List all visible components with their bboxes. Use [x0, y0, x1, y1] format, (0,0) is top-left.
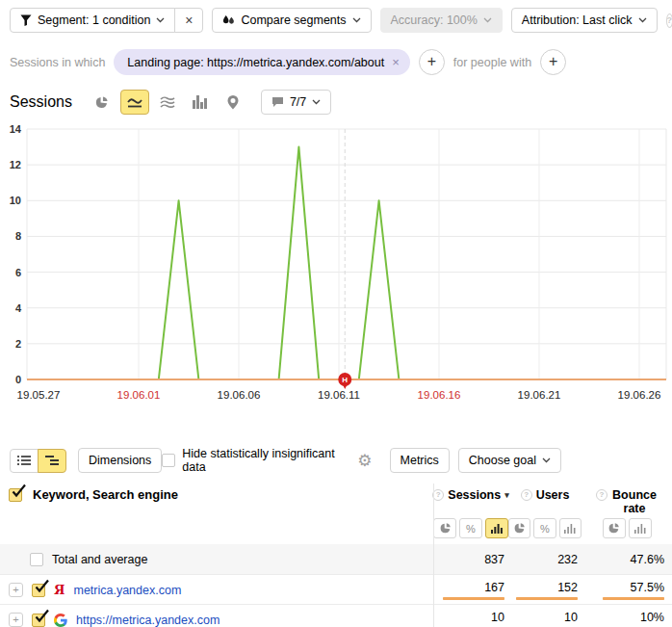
expand-row-button[interactable]: + — [9, 583, 23, 597]
list-view-icon[interactable] — [10, 449, 39, 473]
sessions-pie-toggle-icon[interactable] — [433, 518, 456, 538]
comments-button[interactable]: 7/7 — [261, 90, 331, 115]
dimensions-label: Dimensions — [89, 454, 151, 467]
top-toolbar: Segment: 1 condition × Compare segments … — [0, 0, 672, 33]
chevron-down-icon — [483, 17, 492, 23]
total-users-value: 232 — [557, 553, 578, 566]
users-pie-toggle-icon[interactable] — [508, 518, 530, 538]
svg-text:19.05.27: 19.05.27 — [17, 389, 61, 401]
choose-goal-label: Choose goal — [469, 454, 536, 467]
sessions-percent-toggle[interactable]: % — [459, 518, 482, 538]
chevron-down-icon — [352, 17, 361, 23]
bounce-pie-toggle-icon[interactable] — [603, 518, 626, 538]
users-bars-toggle-icon[interactable] — [559, 518, 582, 538]
sessions-line-chart[interactable]: 0246810121419.05.2719.06.0119.06.0619.06… — [0, 121, 672, 410]
report-toolbar: Dimensions Hide statistically insignific… — [0, 447, 672, 474]
bounce-toggles — [582, 518, 672, 538]
compare-drops-icon — [222, 14, 235, 27]
map-view-icon[interactable] — [219, 90, 247, 115]
help-icon: ? — [596, 489, 607, 501]
chevron-down-icon — [542, 457, 551, 463]
bounce-bar — [603, 597, 664, 600]
sessions-column-header[interactable]: ? Sessions ▾ — [433, 487, 508, 502]
svg-text:10: 10 — [10, 195, 21, 206]
bounce-value: 10% — [640, 611, 664, 624]
filter-chip-label: Landing page: https://metrica.yandex.com… — [127, 56, 384, 69]
line-chart-view-icon[interactable] — [120, 90, 149, 115]
users-header-label: Users — [536, 488, 570, 502]
pie-chart-view-icon[interactable] — [88, 90, 116, 115]
total-sessions-value: 837 — [484, 553, 504, 566]
landing-page-filter-chip[interactable]: Landing page: https://metrica.yandex.com… — [114, 49, 409, 75]
google-favicon — [54, 614, 67, 627]
stacked-area-view-icon[interactable] — [153, 90, 182, 115]
chart-header: Sessions 7/7 — [10, 90, 672, 115]
chip-close-icon[interactable]: × — [392, 55, 400, 69]
comments-count: 7/7 — [290, 95, 306, 109]
segment-label: Segment: 1 condition — [38, 13, 150, 27]
dimension-header-cell: Keyword, Search engine — [0, 487, 433, 502]
attribution-label: Attribution: Last click — [522, 13, 633, 27]
metrics-label: Metrics — [401, 454, 439, 467]
row-checkbox[interactable] — [32, 614, 45, 627]
segmentation-filters: Sessions in which Landing page: https://… — [10, 49, 672, 75]
svg-text:12: 12 — [10, 159, 21, 170]
segment-close-button[interactable]: × — [174, 8, 203, 33]
bounce-value: 57.5% — [631, 581, 664, 594]
chart-title: Sessions — [10, 93, 72, 111]
dimensions-button[interactable]: Dimensions — [78, 448, 162, 473]
close-icon: × — [185, 13, 193, 28]
hide-insignificant-checkbox[interactable] — [162, 454, 175, 467]
speech-bubble-icon — [271, 96, 284, 108]
table-row: + https://metrica.yandex.com 10 10 10% — [0, 604, 672, 627]
choose-goal-button[interactable]: Choose goal — [458, 448, 561, 473]
tree-view-icon[interactable] — [38, 449, 66, 473]
svg-text:6: 6 — [15, 267, 21, 278]
add-people-condition-button[interactable]: + — [540, 49, 566, 75]
segment-button[interactable]: Segment: 1 condition — [10, 8, 175, 33]
users-column-header[interactable]: ? Users — [508, 487, 582, 502]
svg-text:8: 8 — [15, 230, 21, 242]
users-percent-toggle[interactable]: % — [533, 518, 556, 538]
sessions-toggles: % — [433, 518, 508, 538]
chevron-down-icon — [156, 17, 165, 23]
sessions-bars-toggle-icon[interactable] — [485, 518, 508, 538]
table-header-row: Keyword, Search engine ? Sessions ▾ ? Us… — [0, 483, 672, 518]
svg-text:19.06.26: 19.06.26 — [618, 389, 661, 401]
svg-text:2: 2 — [15, 338, 21, 350]
metric-toggle-row: % % — [0, 518, 672, 544]
chevron-down-icon — [638, 17, 647, 23]
help-icon: ? — [432, 489, 444, 501]
add-session-condition-button[interactable]: + — [419, 49, 445, 75]
total-row-checkbox[interactable] — [30, 553, 43, 566]
users-bar — [516, 597, 578, 600]
bounce-column-header[interactable]: ? Bounce rate — [582, 487, 672, 516]
compare-segments-label: Compare segments — [241, 13, 346, 27]
yandex-favicon: Я — [54, 583, 65, 597]
row-checkbox[interactable] — [32, 584, 45, 597]
column-chart-view-icon[interactable] — [186, 90, 215, 115]
table-row: + Я metrica.yandex.com 167 152 57.5% — [0, 574, 672, 604]
sessions-value: 10 — [491, 611, 504, 624]
help-icon[interactable]: ? — [666, 13, 672, 28]
help-icon: ? — [521, 489, 532, 501]
users-value: 152 — [557, 581, 578, 594]
svg-text:19.06.21: 19.06.21 — [518, 389, 561, 401]
total-bounce-value: 47.6% — [631, 553, 664, 566]
row-link[interactable]: metrica.yandex.com — [73, 584, 181, 597]
expand-row-button[interactable]: + — [9, 613, 23, 627]
total-row-label: Total and average — [52, 553, 147, 566]
dimension-checkbox[interactable] — [9, 488, 22, 502]
attribution-button[interactable]: Attribution: Last click — [511, 8, 658, 33]
gear-icon[interactable]: ⚙ — [357, 451, 372, 471]
sessions-value: 167 — [484, 581, 504, 594]
filters-suffix-label: for people with — [453, 56, 531, 69]
bounce-bars-toggle-icon[interactable] — [629, 518, 652, 538]
row-link[interactable]: https://metrica.yandex.com — [76, 614, 220, 627]
accuracy-button[interactable]: Accuracy: 100% — [380, 8, 503, 33]
metrics-button[interactable]: Metrics — [390, 448, 450, 473]
table-vertical-divider — [433, 483, 434, 627]
svg-text:19.06.01: 19.06.01 — [117, 389, 161, 401]
compare-segments-button[interactable]: Compare segments — [212, 8, 371, 33]
svg-text:4: 4 — [15, 302, 22, 314]
